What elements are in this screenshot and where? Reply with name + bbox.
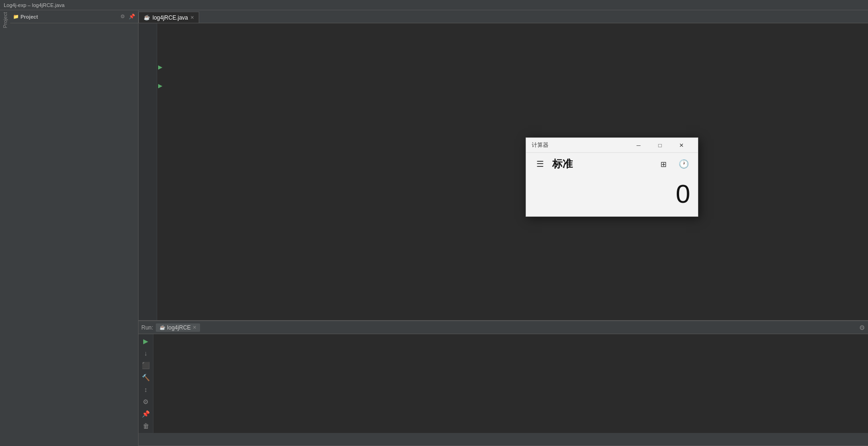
project-label: Project xyxy=(2,12,8,28)
calc-mode-icon[interactable]: ⊞ xyxy=(655,156,672,172)
right-panel: ☕ log4jRCE.java ✕ ▶ xyxy=(139,10,868,446)
sidebar-tree xyxy=(10,23,138,446)
calc-close-button[interactable]: ✕ xyxy=(671,138,692,153)
calc-title: 计算器 xyxy=(532,141,628,149)
sidebar-header: 📁 Project ⚙ 📌 xyxy=(10,10,138,23)
run-top-bar: Run: ☕ log4jRCE ✕ ⚙ xyxy=(139,321,868,334)
window-title: Log4j-exp – log4jRCE.java xyxy=(4,2,64,8)
left-icon-strip: Project xyxy=(0,10,10,446)
run-pin-button[interactable]: 📌 xyxy=(141,409,151,419)
editor-tabs: ☕ log4jRCE.java ✕ xyxy=(139,10,868,23)
run-label: Run: xyxy=(141,324,153,331)
sidebar-header-title: Project xyxy=(21,14,38,20)
run-step-button[interactable]: ↕ xyxy=(141,384,151,395)
bottom-panel: Run: ☕ log4jRCE ✕ ⚙ ▶ ↓ ⬛ 🔨 ↕ ⚙ � xyxy=(139,320,868,446)
sidebar: 📁 Project ⚙ 📌 xyxy=(10,10,139,446)
calc-titlebar: 计算器 ─ □ ✕ xyxy=(526,138,698,153)
calc-minimize-button[interactable]: ─ xyxy=(628,138,649,153)
run-output xyxy=(153,334,868,433)
calc-display: 0 xyxy=(526,175,698,213)
bottom-tabs xyxy=(139,433,868,446)
editor-tab-log4jRCE[interactable]: ☕ log4jRCE.java ✕ xyxy=(139,12,199,23)
calc-buttons xyxy=(526,213,698,216)
run-content: ▶ ↓ ⬛ 🔨 ↕ ⚙ 📌 🗑 xyxy=(139,334,868,433)
run-scroll-down-button[interactable]: ↓ xyxy=(141,348,151,358)
main-layout: Project 📁 Project ⚙ 📌 ☕ log4jRCE.java ✕ xyxy=(0,10,868,446)
java-file-icon: ☕ xyxy=(144,14,150,21)
code-area[interactable] xyxy=(157,23,868,320)
run-sidebar-toolbar: ▶ ↓ ⬛ 🔨 ↕ ⚙ 📌 🗑 xyxy=(139,334,153,433)
run-build-button[interactable]: 🔨 xyxy=(141,372,151,383)
calc-header: ☰ 标准 ⊞ 🕐 xyxy=(526,153,698,175)
run-trash-button[interactable]: 🗑 xyxy=(141,421,151,431)
run-settings-icon[interactable]: ⚙ xyxy=(859,324,865,331)
sidebar-settings-icon[interactable]: ⚙ xyxy=(120,14,125,20)
calc-value: 0 xyxy=(676,178,690,209)
calculator-window: 计算器 ─ □ ✕ ☰ 标准 ⊞ 🕐 0 xyxy=(526,137,698,217)
run-tab-close[interactable]: ✕ xyxy=(193,325,196,330)
calc-maximize-button[interactable]: □ xyxy=(649,138,671,153)
sidebar-pin-icon[interactable]: 📌 xyxy=(129,14,135,20)
run-tab-icon: ☕ xyxy=(160,325,165,330)
run-tab-log4jRCE[interactable]: ☕ log4jRCE ✕ xyxy=(156,323,200,332)
calc-mode-title: 标准 xyxy=(552,157,651,171)
sidebar-header-icon: 📁 xyxy=(13,14,19,19)
run-stop-button[interactable]: ⬛ xyxy=(141,360,151,371)
calc-menu-button[interactable]: ☰ xyxy=(532,156,549,172)
run-marker-5[interactable]: ▶ xyxy=(158,64,162,70)
top-bar: Log4j-exp – log4jRCE.java xyxy=(0,0,868,10)
run-marker-7[interactable]: ▶ xyxy=(158,82,162,89)
run-tab-label: log4jRCE xyxy=(167,324,191,331)
tab-close-button[interactable]: ✕ xyxy=(190,15,194,20)
run-play-button[interactable]: ▶ xyxy=(141,336,151,346)
tab-label: log4jRCE.java xyxy=(153,14,188,21)
gutter-markers: ▶ ▶ xyxy=(158,25,162,90)
line-numbers xyxy=(139,23,157,320)
editor-area[interactable]: ▶ ▶ 计算器 ─ □ ✕ ☰ 标准 xyxy=(139,23,868,320)
calc-history-button[interactable]: 🕐 xyxy=(675,156,692,172)
run-settings-btn[interactable]: ⚙ xyxy=(141,397,151,407)
